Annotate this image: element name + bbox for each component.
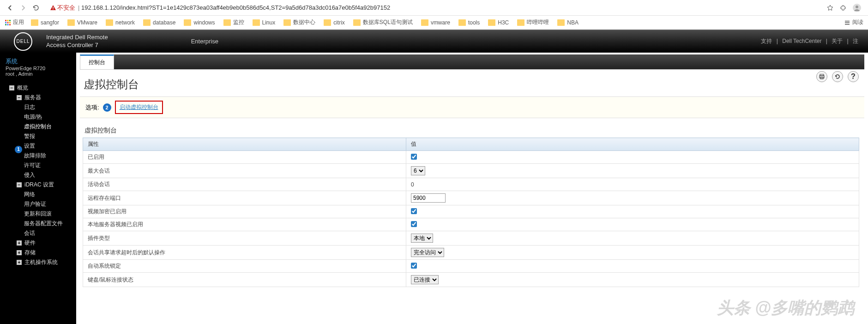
- kbm-status-select[interactable]: 已连接: [411, 275, 439, 284]
- section-title: 虚拟控制台: [84, 126, 860, 135]
- nav-alerts[interactable]: 警报: [0, 132, 76, 141]
- bookmark-item[interactable]: VMware: [67, 18, 97, 26]
- enabled-checkbox[interactable]: [411, 154, 417, 160]
- nav-idrac-settings[interactable]: −iDRAC 设置: [0, 180, 76, 190]
- bookmark-item[interactable]: 数据中心: [283, 18, 315, 26]
- session-share-select[interactable]: 完全访问: [411, 248, 444, 257]
- svg-rect-6: [9, 20, 11, 21]
- nav-logs[interactable]: 日志: [0, 102, 76, 112]
- refresh-icon[interactable]: [832, 71, 843, 82]
- nav-network[interactable]: 网络: [0, 190, 76, 199]
- remote-port-input[interactable]: [411, 193, 446, 203]
- properties-table: 属性 值 已启用 最大会话 6 活动会话 0 远程存在端口 视频加密已启用: [83, 138, 859, 287]
- extension-icon[interactable]: [839, 4, 847, 12]
- sidebar-header: 系统 PowerEdge R720 root , Admin: [0, 54, 76, 79]
- reload-icon[interactable]: [32, 4, 40, 12]
- row-max-sessions: 最大会话 6: [83, 164, 859, 178]
- sidebar: 系统 PowerEdge R720 root , Admin −概览 −服务器 …: [0, 53, 76, 324]
- content-area: 控制台 虚拟控制台 ? 选项: 2 启动虚拟控制台 虚拟控制台 属性 值 已启用: [76, 53, 868, 324]
- nav-sessions[interactable]: 会话: [0, 228, 76, 238]
- nav-power[interactable]: 电源/热: [0, 112, 76, 122]
- row-enabled: 已启用: [83, 151, 859, 164]
- svg-rect-11: [7, 24, 9, 25]
- nav-license[interactable]: 许可证: [0, 161, 76, 170]
- nav-troubleshoot[interactable]: 故障排除: [0, 151, 76, 161]
- logout-link[interactable]: 注: [853, 38, 858, 44]
- star-icon[interactable]: [826, 4, 834, 12]
- profile-icon[interactable]: [852, 3, 862, 12]
- bookmark-item[interactable]: database: [143, 18, 175, 26]
- reading-list-button[interactable]: 阅读: [844, 18, 863, 26]
- nav-tree: −概览 −服务器 日志 电源/热 虚拟控制台 警报 设置 故障排除 许可证 侵入…: [0, 83, 76, 267]
- about-link[interactable]: 关于: [832, 38, 843, 44]
- bookmark-item[interactable]: windows: [184, 18, 215, 26]
- nav-intrusion[interactable]: 侵入: [0, 170, 76, 180]
- svg-rect-7: [5, 22, 6, 23]
- bookmark-bar: 应用 sangforVMwarenetworkdatabasewindows监控…: [0, 16, 868, 30]
- support-link[interactable]: 支持: [761, 38, 772, 44]
- svg-point-3: [856, 6, 858, 8]
- product-title: Integrated Dell Remote Access Controller…: [46, 34, 108, 49]
- tab-console[interactable]: 控制台: [80, 54, 114, 69]
- nav-server-profile[interactable]: 服务器配置文件: [0, 219, 76, 228]
- nav-overview[interactable]: −概览: [0, 83, 76, 93]
- options-label: 选项:: [85, 103, 99, 112]
- bookmark-item[interactable]: H3C: [488, 18, 509, 26]
- row-session-share: 会话共享请求超时后的默认操作 完全访问: [83, 246, 859, 260]
- page-title: 虚拟控制台: [84, 77, 861, 92]
- launch-console-link[interactable]: 启动虚拟控制台: [115, 101, 163, 114]
- nav-update-rollback[interactable]: 更新和回滚: [0, 209, 76, 219]
- nav-user-auth[interactable]: 用户验证: [0, 199, 76, 209]
- svg-rect-4: [5, 20, 6, 21]
- edition-label: Enterprise: [191, 38, 218, 45]
- row-plugin-type: 插件类型 本地: [83, 231, 859, 246]
- row-auto-lock: 自动系统锁定: [83, 260, 859, 273]
- plugin-type-select[interactable]: 本地: [411, 234, 433, 243]
- svg-rect-1: [53, 9, 53, 9]
- row-remote-port: 远程存在端口: [83, 191, 859, 205]
- idrac-header: DELL Integrated Dell Remote Access Contr…: [0, 30, 868, 53]
- bookmark-item[interactable]: network: [106, 18, 135, 26]
- techcenter-link[interactable]: Dell TechCenter: [782, 38, 821, 44]
- svg-rect-9: [9, 22, 11, 23]
- nav-hardware[interactable]: +硬件: [0, 238, 76, 248]
- bookmark-item[interactable]: 监控: [223, 18, 244, 26]
- auto-lock-checkbox[interactable]: [411, 263, 417, 269]
- row-kbm-status: 键盘/鼠标连接状态 已连接: [83, 273, 859, 287]
- back-icon[interactable]: [6, 4, 14, 12]
- nav-host-os[interactable]: +主机操作系统: [0, 258, 76, 267]
- options-row: 选项: 2 启动虚拟控制台: [80, 96, 864, 118]
- svg-rect-0: [53, 7, 53, 9]
- svg-rect-13: [845, 21, 850, 22]
- dell-logo: DELL: [14, 32, 32, 51]
- insecure-warning: 不安全: [47, 4, 75, 12]
- bookmark-item[interactable]: Linux: [253, 18, 276, 26]
- svg-rect-8: [7, 22, 9, 23]
- bookmark-item[interactable]: 哔哩哔哩: [517, 18, 549, 26]
- help-icon[interactable]: ?: [848, 71, 859, 82]
- row-local-video: 本地服务器视频已启用: [83, 218, 859, 231]
- local-video-checkbox[interactable]: [411, 221, 417, 227]
- bookmark-item[interactable]: NBA: [557, 18, 579, 26]
- nav-virtual-console[interactable]: 虚拟控制台: [0, 122, 76, 132]
- nav-storage[interactable]: +存储: [0, 248, 76, 258]
- apps-button[interactable]: 应用: [5, 18, 24, 26]
- bookmark-item[interactable]: tools: [458, 18, 480, 26]
- bookmark-item[interactable]: sangfor: [31, 18, 59, 26]
- nav-settings[interactable]: 设置: [0, 141, 76, 151]
- max-sessions-select[interactable]: 6: [411, 166, 425, 175]
- bookmark-item[interactable]: vmware: [421, 18, 450, 26]
- callout-2: 2: [103, 103, 111, 112]
- address-bar[interactable]: 不安全 | 192.168.1.120/index.html?ST1=1e142…: [47, 4, 824, 12]
- watermark: 头条 @多嘴的鹦鹉: [717, 297, 854, 319]
- row-active-sessions: 活动会话 0: [83, 178, 859, 191]
- bookmark-item[interactable]: citrix: [324, 18, 345, 26]
- svg-rect-15: [845, 24, 850, 25]
- bookmark-item[interactable]: 数据库SQL语句测试: [353, 18, 413, 26]
- video-encrypt-checkbox[interactable]: [411, 208, 417, 214]
- print-icon[interactable]: [816, 71, 827, 82]
- forward-icon[interactable]: [19, 4, 27, 12]
- row-video-encrypt: 视频加密已启用: [83, 205, 859, 218]
- tab-row: 控制台: [80, 54, 864, 70]
- nav-server[interactable]: −服务器: [0, 93, 76, 102]
